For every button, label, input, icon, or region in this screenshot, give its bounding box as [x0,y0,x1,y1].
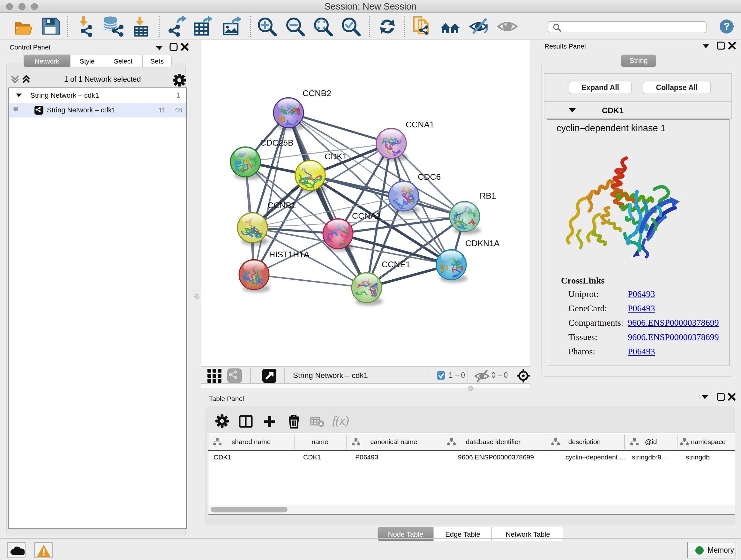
svg-text:CDK1: CDK1 [325,152,347,161]
svg-text:CDKN1A: CDKN1A [465,239,500,248]
svg-text:CCNB1: CCNB1 [267,200,296,210]
svg-text:CCNA1: CCNA1 [406,120,434,129]
svg-text:CDC25B: CDC25B [260,138,293,147]
svg-text:?: ? [724,21,730,32]
svg-text:CCNE1: CCNE1 [382,260,410,269]
svg-text:CCNB2: CCNB2 [302,88,331,98]
svg-text:RB1: RB1 [480,191,496,200]
svg-text:CDC6: CDC6 [418,172,441,182]
svg-text:CCNA2: CCNA2 [352,211,381,221]
svg-text:HIST1H1A: HIST1H1A [269,250,310,259]
